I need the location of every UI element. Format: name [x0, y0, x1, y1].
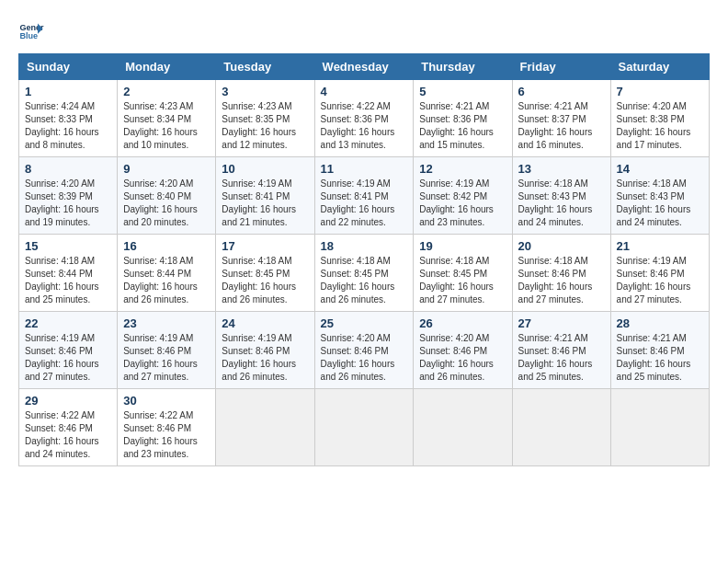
- day-info: Sunrise: 4:18 AMSunset: 8:45 PMDaylight:…: [419, 255, 506, 306]
- day-info: Sunrise: 4:19 AMSunset: 8:46 PMDaylight:…: [617, 255, 703, 306]
- day-number: 12: [419, 162, 506, 176]
- day-cell-15: 15Sunrise: 4:18 AMSunset: 8:44 PMDayligh…: [19, 235, 118, 312]
- day-info: Sunrise: 4:21 AMSunset: 8:36 PMDaylight:…: [419, 100, 506, 152]
- day-info: Sunrise: 4:19 AMSunset: 8:41 PMDaylight:…: [321, 178, 408, 229]
- day-cell-29: 29Sunrise: 4:22 AMSunset: 8:46 PMDayligh…: [19, 389, 118, 466]
- calendar-header: SundayMondayTuesdayWednesdayThursdayFrid…: [19, 54, 710, 80]
- day-number: 21: [617, 239, 703, 253]
- header-row: SundayMondayTuesdayWednesdayThursdayFrid…: [19, 54, 710, 80]
- day-info: Sunrise: 4:19 AMSunset: 8:42 PMDaylight:…: [419, 178, 506, 229]
- empty-cell: [314, 389, 414, 466]
- header-day-sunday: Sunday: [19, 54, 118, 80]
- day-cell-8: 8Sunrise: 4:20 AMSunset: 8:39 PMDaylight…: [19, 157, 118, 235]
- day-number: 24: [222, 316, 308, 330]
- day-number: 13: [518, 162, 605, 176]
- day-info: Sunrise: 4:19 AMSunset: 8:46 PMDaylight:…: [123, 332, 210, 384]
- day-info: Sunrise: 4:19 AMSunset: 8:41 PMDaylight:…: [222, 178, 308, 229]
- day-number: 10: [222, 162, 308, 176]
- day-cell-1: 1Sunrise: 4:24 AMSunset: 8:33 PMDaylight…: [19, 80, 118, 157]
- day-cell-12: 12Sunrise: 4:19 AMSunset: 8:42 PMDayligh…: [414, 157, 512, 235]
- day-number: 15: [25, 239, 111, 253]
- day-cell-4: 4Sunrise: 4:22 AMSunset: 8:36 PMDaylight…: [314, 80, 414, 157]
- day-number: 8: [25, 162, 111, 176]
- day-cell-26: 26Sunrise: 4:20 AMSunset: 8:46 PMDayligh…: [414, 312, 512, 389]
- day-number: 1: [25, 85, 111, 98]
- logo: General Blue: [18, 18, 48, 44]
- day-cell-24: 24Sunrise: 4:19 AMSunset: 8:46 PMDayligh…: [216, 312, 314, 389]
- day-info: Sunrise: 4:23 AMSunset: 8:35 PMDaylight:…: [222, 100, 308, 152]
- day-cell-7: 7Sunrise: 4:20 AMSunset: 8:38 PMDaylight…: [610, 80, 709, 157]
- empty-cell: [414, 389, 512, 466]
- day-number: 17: [222, 239, 308, 253]
- day-number: 9: [123, 162, 210, 176]
- day-info: Sunrise: 4:18 AMSunset: 8:43 PMDaylight:…: [518, 178, 605, 229]
- day-info: Sunrise: 4:18 AMSunset: 8:44 PMDaylight:…: [123, 255, 210, 306]
- day-number: 19: [419, 239, 506, 253]
- day-info: Sunrise: 4:20 AMSunset: 8:38 PMDaylight:…: [617, 100, 703, 152]
- day-info: Sunrise: 4:18 AMSunset: 8:46 PMDaylight:…: [518, 255, 605, 306]
- day-info: Sunrise: 4:21 AMSunset: 8:46 PMDaylight:…: [518, 332, 605, 384]
- day-cell-13: 13Sunrise: 4:18 AMSunset: 8:43 PMDayligh…: [512, 157, 610, 235]
- day-info: Sunrise: 4:18 AMSunset: 8:43 PMDaylight:…: [617, 178, 703, 229]
- day-info: Sunrise: 4:20 AMSunset: 8:46 PMDaylight:…: [419, 332, 506, 384]
- svg-text:Blue: Blue: [19, 31, 38, 40]
- day-info: Sunrise: 4:22 AMSunset: 8:36 PMDaylight:…: [321, 100, 408, 152]
- day-info: Sunrise: 4:24 AMSunset: 8:33 PMDaylight:…: [25, 100, 111, 152]
- day-number: 28: [617, 316, 703, 330]
- calendar-table: SundayMondayTuesdayWednesdayThursdayFrid…: [18, 53, 710, 466]
- day-number: 6: [518, 85, 605, 98]
- day-cell-27: 27Sunrise: 4:21 AMSunset: 8:46 PMDayligh…: [512, 312, 610, 389]
- day-number: 22: [25, 316, 111, 330]
- day-number: 5: [419, 85, 506, 98]
- day-cell-30: 30Sunrise: 4:22 AMSunset: 8:46 PMDayligh…: [118, 389, 216, 466]
- day-cell-6: 6Sunrise: 4:21 AMSunset: 8:37 PMDaylight…: [512, 80, 610, 157]
- day-info: Sunrise: 4:21 AMSunset: 8:37 PMDaylight:…: [518, 100, 605, 152]
- day-info: Sunrise: 4:20 AMSunset: 8:46 PMDaylight:…: [321, 332, 408, 384]
- day-info: Sunrise: 4:19 AMSunset: 8:46 PMDaylight:…: [222, 332, 308, 384]
- header-day-tuesday: Tuesday: [216, 54, 314, 80]
- day-number: 26: [419, 316, 506, 330]
- day-cell-2: 2Sunrise: 4:23 AMSunset: 8:34 PMDaylight…: [118, 80, 216, 157]
- week-row-5: 29Sunrise: 4:22 AMSunset: 8:46 PMDayligh…: [19, 389, 710, 466]
- day-info: Sunrise: 4:19 AMSunset: 8:46 PMDaylight:…: [25, 332, 111, 384]
- day-number: 7: [617, 85, 703, 98]
- week-row-3: 15Sunrise: 4:18 AMSunset: 8:44 PMDayligh…: [19, 235, 710, 312]
- day-cell-5: 5Sunrise: 4:21 AMSunset: 8:36 PMDaylight…: [414, 80, 512, 157]
- day-number: 14: [617, 162, 703, 176]
- header: General Blue: [18, 18, 710, 44]
- day-cell-17: 17Sunrise: 4:18 AMSunset: 8:45 PMDayligh…: [216, 235, 314, 312]
- day-info: Sunrise: 4:18 AMSunset: 8:45 PMDaylight:…: [321, 255, 408, 306]
- day-number: 11: [321, 162, 408, 176]
- day-number: 27: [518, 316, 605, 330]
- day-number: 4: [321, 85, 408, 98]
- day-number: 20: [518, 239, 605, 253]
- day-info: Sunrise: 4:22 AMSunset: 8:46 PMDaylight:…: [123, 409, 210, 461]
- day-info: Sunrise: 4:18 AMSunset: 8:44 PMDaylight:…: [25, 255, 111, 306]
- day-number: 30: [123, 394, 210, 408]
- day-info: Sunrise: 4:23 AMSunset: 8:34 PMDaylight:…: [123, 100, 210, 152]
- header-day-friday: Friday: [512, 54, 610, 80]
- header-day-saturday: Saturday: [610, 54, 709, 80]
- header-day-monday: Monday: [118, 54, 216, 80]
- empty-cell: [216, 389, 314, 466]
- week-row-2: 8Sunrise: 4:20 AMSunset: 8:39 PMDaylight…: [19, 157, 710, 235]
- day-info: Sunrise: 4:20 AMSunset: 8:39 PMDaylight:…: [25, 178, 111, 229]
- day-cell-14: 14Sunrise: 4:18 AMSunset: 8:43 PMDayligh…: [610, 157, 709, 235]
- day-number: 16: [123, 239, 210, 253]
- day-cell-9: 9Sunrise: 4:20 AMSunset: 8:40 PMDaylight…: [118, 157, 216, 235]
- day-number: 29: [25, 394, 111, 408]
- day-info: Sunrise: 4:21 AMSunset: 8:46 PMDaylight:…: [617, 332, 703, 384]
- day-cell-25: 25Sunrise: 4:20 AMSunset: 8:46 PMDayligh…: [314, 312, 414, 389]
- logo-icon: General Blue: [18, 18, 44, 44]
- day-cell-19: 19Sunrise: 4:18 AMSunset: 8:45 PMDayligh…: [414, 235, 512, 312]
- day-number: 3: [222, 85, 308, 98]
- day-info: Sunrise: 4:22 AMSunset: 8:46 PMDaylight:…: [25, 409, 111, 461]
- day-cell-23: 23Sunrise: 4:19 AMSunset: 8:46 PMDayligh…: [118, 312, 216, 389]
- day-cell-11: 11Sunrise: 4:19 AMSunset: 8:41 PMDayligh…: [314, 157, 414, 235]
- day-info: Sunrise: 4:18 AMSunset: 8:45 PMDaylight:…: [222, 255, 308, 306]
- header-day-wednesday: Wednesday: [314, 54, 414, 80]
- day-cell-22: 22Sunrise: 4:19 AMSunset: 8:46 PMDayligh…: [19, 312, 118, 389]
- day-number: 25: [321, 316, 408, 330]
- day-cell-16: 16Sunrise: 4:18 AMSunset: 8:44 PMDayligh…: [118, 235, 216, 312]
- week-row-4: 22Sunrise: 4:19 AMSunset: 8:46 PMDayligh…: [19, 312, 710, 389]
